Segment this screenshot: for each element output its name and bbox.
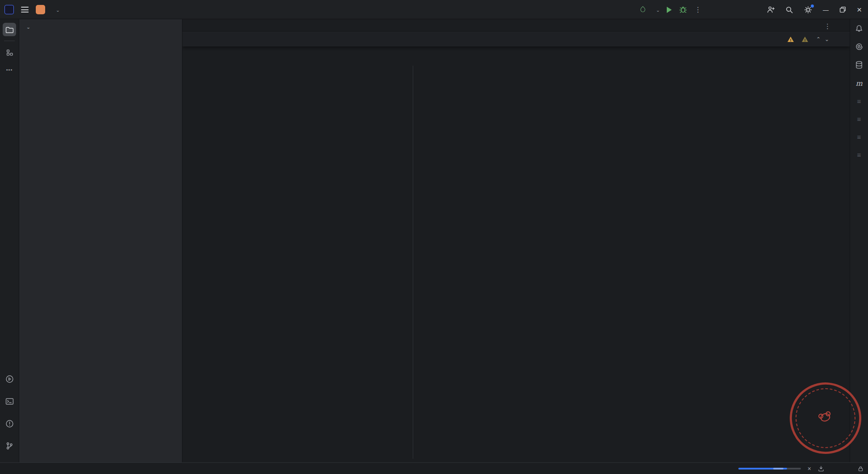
ide-logo-icon [4,5,14,14]
settings-button[interactable] [804,6,812,14]
debug-button[interactable] [679,6,687,13]
project-tool-button[interactable] [3,23,16,36]
project-badge [36,5,45,14]
read-only-lock-icon[interactable] [858,466,864,472]
terminal-tool-button[interactable] [3,394,16,408]
next-problem-button[interactable]: ⌄ [825,36,829,42]
indent-guide [413,66,413,459]
problems-icon [5,419,14,428]
notification-dot [811,4,814,8]
hidden-tabs-button[interactable] [824,22,831,30]
progress-bar [738,468,801,470]
tool-window-handle-icon[interactable] [857,151,861,159]
cancel-progress-button[interactable] [808,465,811,472]
restore-button[interactable] [839,6,846,13]
minimize-button[interactable] [823,6,829,14]
inspections-widget[interactable]: ! ! ⌃ ⌄ [788,36,829,42]
editor-tabs [182,19,850,33]
search-icon[interactable] [785,6,793,14]
more-tool-windows-button[interactable] [3,63,16,76]
status-bar [0,462,868,474]
tool-window-handle-icon[interactable] [857,97,861,105]
commit-checks-icon[interactable] [818,466,824,472]
prev-problem-button[interactable]: ⌃ [816,36,821,42]
notifications-bell-icon[interactable] [855,25,863,33]
project-panel [19,19,182,462]
run-tool-button[interactable] [3,372,16,386]
close-button[interactable] [857,5,862,15]
run-button[interactable] [667,7,672,13]
terminal-icon [5,398,14,405]
warning-icon: ! [788,37,794,42]
tool-window-handle-icon[interactable] [857,133,861,141]
divider [4,41,15,41]
ellipsis-icon [6,65,13,73]
title-bar [0,0,868,19]
structure-tool-button[interactable] [3,46,16,59]
tool-window-handle-icon[interactable] [857,115,861,123]
sticky-line [182,33,850,46]
chevron-down-icon[interactable] [657,6,659,14]
git-branch-icon [5,442,13,450]
coil-tool-icon[interactable] [855,42,864,51]
chevron-down-icon[interactable] [57,6,59,14]
editor-area: ! ! ⌃ ⌄ [182,19,850,462]
database-icon[interactable] [855,61,863,69]
git-tool-button[interactable] [3,439,16,453]
main-menu-button[interactable] [21,7,29,13]
run-window-icon [5,375,14,383]
left-tool-stripe [0,19,19,462]
spring-boot-icon [639,6,647,13]
monkey-logo-icon [819,412,831,423]
more-actions-button[interactable] [694,5,702,14]
problems-tool-button[interactable] [3,417,16,430]
maven-tool-icon[interactable]: m [855,79,862,88]
code-with-me-icon[interactable] [766,6,775,14]
weak-warning-icon: ! [802,37,808,42]
chevron-down-icon[interactable] [27,24,30,30]
structure-icon [6,49,13,56]
folder-icon [5,26,14,34]
